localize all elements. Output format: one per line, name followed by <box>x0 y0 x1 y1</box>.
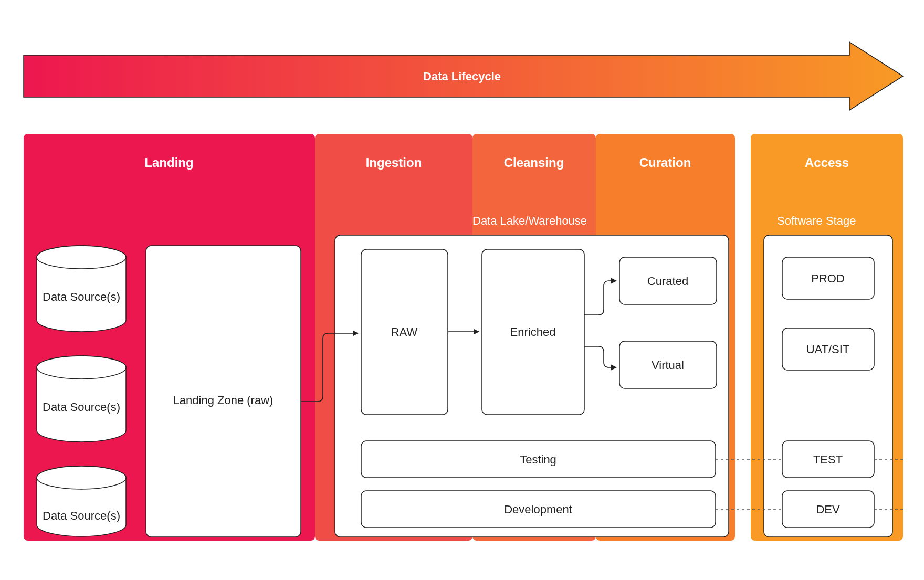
stage-cleansing-title: Cleansing <box>504 155 564 170</box>
data-source-1-label: Data Source(s) <box>43 290 120 303</box>
stage-landing-title: Landing <box>144 155 193 170</box>
diagram-root: Data Lifecycle Landing Ingestion Cleansi… <box>0 0 924 580</box>
data-source-2-label: Data Source(s) <box>43 400 120 414</box>
landing-zone <box>146 246 301 537</box>
data-source-3: Data Source(s) <box>37 466 126 536</box>
svg-point-1 <box>37 246 126 269</box>
svg-point-3 <box>37 356 126 379</box>
data-source-3-label: Data Source(s) <box>43 509 120 522</box>
lake-virtual-label: Virtual <box>652 358 684 372</box>
lifecycle-arrow: Data Lifecycle <box>24 42 903 110</box>
lake-enriched-label: Enriched <box>510 325 556 339</box>
svg-point-5 <box>37 466 126 489</box>
lake-group-label: Data Lake/Warehouse <box>472 214 587 227</box>
lifecycle-title: Data Lifecycle <box>423 70 501 83</box>
data-source-2: Data Source(s) <box>37 356 126 442</box>
lake-development-label: Development <box>504 503 572 516</box>
software-prod-label: PROD <box>811 272 845 285</box>
stage-access-title: Access <box>805 155 849 170</box>
software-group-label: Software Stage <box>777 214 856 227</box>
lake-raw-label: RAW <box>391 325 418 339</box>
software-dev-label: DEV <box>816 503 840 516</box>
stage-ingestion-title: Ingestion <box>366 155 422 170</box>
data-source-1: Data Source(s) <box>37 246 126 332</box>
stage-curation-title: Curation <box>639 155 691 170</box>
lake-curated-label: Curated <box>647 275 688 288</box>
landing-zone-label: Landing Zone (raw) <box>173 394 274 407</box>
lake-testing-label: Testing <box>520 453 556 466</box>
software-test-label: TEST <box>813 453 843 466</box>
diagram-svg: Data Lifecycle Landing Ingestion Cleansi… <box>0 0 924 580</box>
software-uat-label: UAT/SIT <box>806 343 850 356</box>
